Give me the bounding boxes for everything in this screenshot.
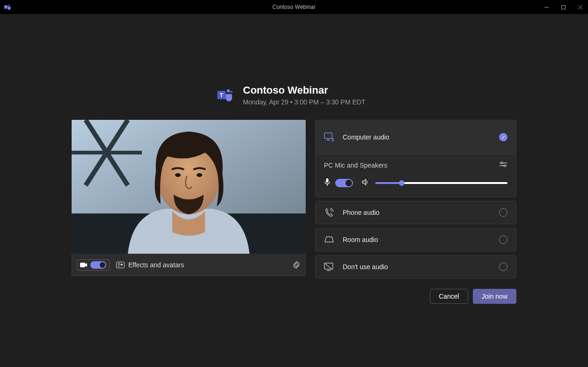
video-column: Effects and avatars: [72, 120, 306, 279]
radio-unchecked-icon: [499, 208, 507, 217]
audio-device-label: PC Mic and Speakers: [324, 161, 387, 169]
video-settings-button[interactable]: [292, 261, 301, 269]
audio-option-none[interactable]: Don't use audio: [315, 255, 516, 279]
volume-group: [361, 178, 507, 188]
main-row: Effects and avatars Computer audio: [72, 120, 516, 279]
footer-buttons: Cancel Join now: [72, 289, 516, 304]
svg-rect-29: [326, 178, 329, 183]
room-audio-icon: [324, 235, 334, 245]
volume-slider-thumb: [399, 180, 404, 186]
audio-column: Computer audio PC Mic and Speakers: [315, 120, 516, 279]
minimize-button[interactable]: [542, 3, 551, 11]
radio-checked-icon: [499, 133, 507, 141]
mic-toggle-group: [324, 178, 353, 188]
svg-rect-22: [324, 133, 332, 139]
computer-audio-icon: [324, 132, 334, 142]
phone-audio-icon: [324, 207, 334, 218]
camera-icon: [80, 262, 88, 268]
mic-toggle[interactable]: [335, 179, 353, 187]
svg-point-18: [197, 173, 202, 177]
svg-rect-19: [80, 263, 85, 267]
svg-line-33: [325, 264, 332, 270]
svg-rect-20: [117, 262, 125, 268]
video-toolbar: Effects and avatars: [72, 254, 306, 276]
join-now-button[interactable]: Join now: [473, 289, 516, 304]
svg-point-21: [118, 263, 120, 265]
volume-slider-fill: [375, 182, 402, 184]
audio-option-room[interactable]: Room audio: [315, 228, 516, 251]
svg-rect-4: [561, 5, 565, 9]
svg-point-28: [504, 165, 506, 167]
teams-app-icon: T: [4, 3, 11, 11]
meeting-header: T Contoso Webinar Monday, Apr 29 • 3:00 …: [72, 84, 516, 106]
maximize-button[interactable]: [559, 3, 567, 11]
audio-option-room-label: Room audio: [343, 236, 491, 243]
titlebar: T Contoso Webinar: [0, 0, 588, 14]
meeting-time: Monday, Apr 29 • 3:00 PM – 3:30 PM EDT: [243, 98, 365, 106]
svg-text:T: T: [220, 92, 223, 99]
radio-unchecked-icon: [499, 263, 507, 271]
audio-option-computer-label: Computer audio: [343, 133, 491, 141]
svg-point-17: [175, 173, 181, 177]
speaker-icon: [361, 178, 369, 188]
effects-label: Effects and avatars: [128, 261, 184, 269]
window-controls: [542, 3, 584, 11]
camera-toggle[interactable]: [90, 261, 106, 269]
cancel-button[interactable]: Cancel: [430, 289, 468, 304]
svg-point-2: [8, 5, 10, 6]
prejoin-content: T Contoso Webinar Monday, Apr 29 • 3:00 …: [0, 14, 588, 304]
svg-point-10: [230, 91, 233, 93]
audio-option-phone-label: Phone audio: [343, 209, 491, 216]
computer-audio-card: Computer audio PC Mic and Speakers: [315, 120, 516, 197]
audio-option-phone[interactable]: Phone audio: [315, 201, 516, 224]
close-button[interactable]: [576, 3, 584, 11]
window-title: Contoso Webinar: [272, 4, 316, 10]
effects-button[interactable]: Effects and avatars: [116, 261, 184, 269]
video-preview: [72, 120, 306, 254]
no-audio-icon: [324, 262, 334, 272]
radio-unchecked-icon: [499, 235, 507, 244]
titlebar-left: T: [4, 3, 11, 11]
computer-audio-settings: PC Mic and Speakers: [316, 154, 516, 197]
audio-option-none-label: Don't use audio: [343, 263, 491, 271]
svg-point-9: [227, 89, 230, 93]
teams-logo-icon: T: [217, 87, 234, 103]
microphone-icon: [324, 178, 331, 188]
svg-point-26: [501, 162, 503, 164]
meeting-title: Contoso Webinar: [243, 84, 365, 96]
camera-toggle-group: [77, 259, 110, 271]
audio-device-settings-button[interactable]: [499, 161, 507, 169]
audio-option-computer[interactable]: Computer audio: [316, 120, 516, 154]
effects-icon: [116, 262, 125, 268]
volume-slider[interactable]: [375, 182, 507, 184]
